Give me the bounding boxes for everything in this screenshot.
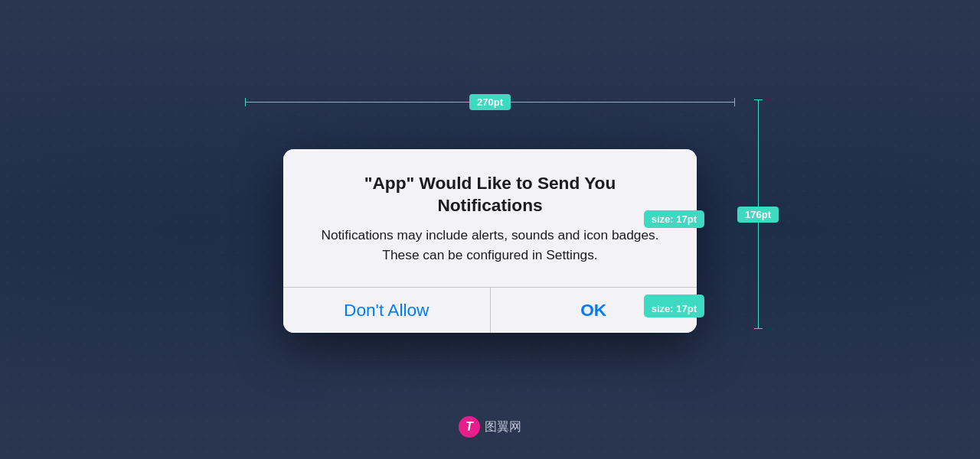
dialog-actions: Don't Allow OK (283, 288, 697, 333)
watermark: T 图翼网 (459, 416, 521, 438)
watermark-text: 图翼网 (485, 419, 521, 435)
watermark-logo: T (459, 416, 480, 438)
dialog-message: Notifications may include alerts, sounds… (314, 226, 666, 265)
title-size-annotation: size: 17pt (644, 210, 704, 228)
width-label: 270pt (469, 94, 511, 110)
width-measurement: 270pt (245, 90, 735, 113)
height-measurement: 176pt (739, 99, 777, 329)
btn-size-annotation: size: 17pt (644, 300, 704, 317)
scene: 270pt 176pt "App" Would Like to Send You… (245, 69, 735, 390)
dialog-title: "App" Would Like to Send You Notificatio… (314, 172, 666, 217)
dont-allow-button[interactable]: Don't Allow (283, 288, 491, 333)
height-label: 176pt (737, 207, 779, 223)
notification-dialog: "App" Would Like to Send You Notificatio… (283, 149, 697, 334)
dialog-body: "App" Would Like to Send You Notificatio… (283, 149, 697, 288)
